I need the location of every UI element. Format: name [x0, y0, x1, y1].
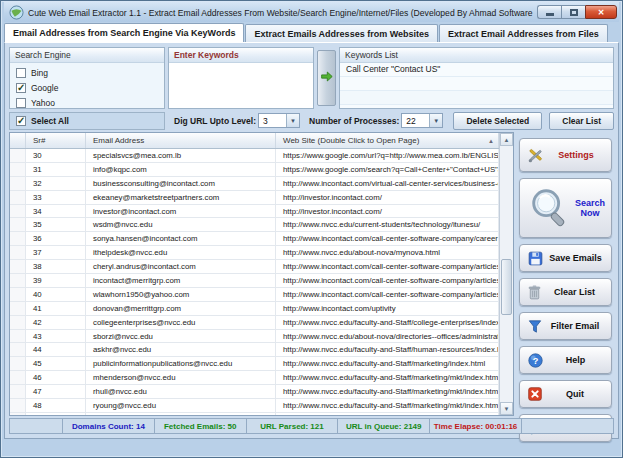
row-selector[interactable] — [10, 343, 26, 356]
table-row[interactable]: 41donovan@merrittgrp.comhttp://www.incon… — [10, 302, 499, 316]
cell-website: https://www.google.com/url?q=http://www.… — [276, 149, 499, 162]
quit-button[interactable]: Quit — [519, 380, 612, 408]
cell-website: http://www.nvcc.edu/about-nova/mynova.ht… — [276, 246, 499, 259]
table-row[interactable]: 31info@kqpc.comhttps://www.google.com/se… — [10, 163, 499, 177]
filter-email-button[interactable]: Filter Email — [519, 312, 612, 340]
table-row[interactable]: 33ekeaney@marketstreetpartners.comhttp:/… — [10, 191, 499, 205]
cell-email: cheryl.andrus@incontact.com — [86, 260, 276, 273]
row-selector[interactable] — [10, 330, 26, 343]
row-selector[interactable] — [10, 288, 26, 301]
table-row[interactable]: 32businessconsulting@incontact.comhttp:/… — [10, 177, 499, 191]
row-selector[interactable] — [10, 302, 26, 315]
column-email[interactable]: Email Address — [86, 133, 276, 148]
engine-option-google[interactable]: Google — [10, 80, 164, 95]
row-selector[interactable] — [10, 246, 26, 259]
scrollbar-track[interactable] — [500, 146, 513, 402]
column-website[interactable]: Web Site (Double Click to Open Page)▲ — [276, 133, 499, 148]
keywords-list: Call Center "Contact US" — [340, 63, 613, 109]
table-scrollbar[interactable]: ▲ ▼ — [499, 133, 513, 415]
clear-list-button[interactable]: Clear List — [519, 278, 612, 306]
table-body: 30specialsvcs@mea.com.lbhttps://www.goog… — [10, 149, 499, 415]
cell-sr: 43 — [26, 330, 86, 343]
help-button[interactable]: ?Help — [519, 346, 612, 374]
tab-extract-email-addresses-from-files[interactable]: Extract Email Addresses from Files — [439, 24, 608, 42]
row-selector[interactable] — [10, 218, 26, 231]
row-selector[interactable] — [10, 371, 26, 384]
cell-email: ekeaney@marketstreetpartners.com — [86, 191, 276, 204]
row-selector[interactable] — [10, 316, 26, 329]
cell-email: specialsvcs@mea.com.lb — [86, 149, 276, 162]
minimize-button[interactable] — [537, 5, 561, 19]
dig-url-select[interactable]: 3 ▼ — [258, 113, 300, 128]
save-emails-button[interactable]: Save Emails — [519, 244, 612, 272]
chevron-down-icon[interactable]: ▼ — [429, 114, 442, 127]
row-selector[interactable] — [10, 232, 26, 245]
table-row[interactable]: 47rhull@nvcc.eduhttp://www.nvcc.edu/facu… — [10, 385, 499, 399]
settings-button[interactable]: Settings — [519, 138, 612, 172]
cell-sr: 41 — [26, 302, 86, 315]
cell-sr: 34 — [26, 205, 86, 218]
table-row[interactable]: 42collegeenterprises@nvcc.eduhttp://www.… — [10, 316, 499, 330]
row-selector[interactable] — [10, 274, 26, 287]
table-row[interactable]: 30specialsvcs@mea.com.lbhttps://www.goog… — [10, 149, 499, 163]
select-all-checkbox[interactable] — [16, 116, 26, 126]
table-row[interactable]: 34investor@incontact.comhttp://investor.… — [10, 205, 499, 219]
engine-option-yahoo[interactable]: Yahoo — [10, 95, 164, 109]
cell-website: http://www.incontact.com/virtual-call-ce… — [276, 177, 499, 190]
table-row[interactable]: 39incontact@merritgrp.comhttp://www.inco… — [10, 274, 499, 288]
row-selector[interactable] — [10, 149, 26, 162]
row-selector[interactable] — [10, 260, 26, 273]
engine-label: Yahoo — [31, 98, 55, 108]
row-selector[interactable] — [10, 357, 26, 370]
table-row[interactable]: 49novagraphics@nvcc.eduhttp://www.nvcc.e… — [10, 413, 499, 415]
checkbox-yahoo[interactable] — [16, 98, 26, 108]
row-selector[interactable] — [10, 177, 26, 190]
table-row[interactable]: 37ithelpdesk@nvcc.eduhttp://www.nvcc.edu… — [10, 246, 499, 260]
keywords-input[interactable] — [169, 63, 313, 108]
column-sr[interactable]: Sr# — [26, 133, 86, 148]
row-selector[interactable] — [10, 399, 26, 412]
table-row[interactable]: 38cheryl.andrus@incontact.comhttp://www.… — [10, 260, 499, 274]
scrollbar-thumb[interactable] — [501, 259, 512, 315]
table-row[interactable]: 35wsdm@nvcc.eduhttp://www.nvcc.edu/curre… — [10, 218, 499, 232]
cell-website: http://www.nvcc.edu/faculty-and-Staff/ma… — [276, 413, 499, 415]
table-row[interactable]: 44askhr@nvcc.eduhttp://www.nvcc.edu/facu… — [10, 343, 499, 357]
row-selector[interactable] — [10, 163, 26, 176]
row-selector[interactable] — [10, 413, 26, 415]
keywords-list-title: Keywords List — [340, 48, 613, 63]
row-selector[interactable] — [10, 385, 26, 398]
checkbox-bing[interactable] — [16, 68, 26, 78]
table-row[interactable]: 48ryoung@nvcc.eduhttp://www.nvcc.edu/fac… — [10, 399, 499, 413]
clear-keywords-button[interactable]: Clear List — [549, 112, 614, 130]
add-keyword-button[interactable] — [317, 50, 336, 106]
cell-website: http://www.nvcc.edu/faculty-and-Staff/ma… — [276, 371, 499, 384]
chevron-down-icon[interactable]: ▼ — [286, 114, 299, 127]
table-row[interactable]: 45publicinformationpublications@nvcc.edu… — [10, 357, 499, 371]
cell-sr: 44 — [26, 343, 86, 356]
cell-sr: 49 — [26, 413, 86, 415]
cell-sr: 40 — [26, 288, 86, 301]
tab-extract-emails-addresses-from-websites[interactable]: Extract Emails Addresses from Websites — [245, 24, 438, 42]
row-selector[interactable] — [10, 191, 26, 204]
cell-email: businessconsulting@incontact.com — [86, 177, 276, 190]
delete-selected-button[interactable]: Delete Selected — [453, 112, 542, 130]
search-now-button[interactable]: Search Now — [519, 178, 612, 238]
table-row[interactable]: 43sborzi@nvcc.eduhttp://www.nvcc.edu/abo… — [10, 330, 499, 344]
table-row[interactable]: 40wlawhorn1950@yahoo.comhttp://www.incon… — [10, 288, 499, 302]
close-button[interactable]: ✕ — [585, 5, 617, 19]
table-row[interactable]: 36sonya.hansen@incontact.comhttp://www.i… — [10, 232, 499, 246]
tab-email-addresses-from-search-engine-via-keywords[interactable]: Email Addresses from Search Engine Via K… — [4, 23, 244, 42]
table-row[interactable]: 46mhenderson@nvcc.eduhttp://www.nvcc.edu… — [10, 371, 499, 385]
keyword-item[interactable]: Call Center "Contact US" — [340, 63, 613, 77]
cell-sr: 48 — [26, 399, 86, 412]
row-selector[interactable] — [10, 205, 26, 218]
maximize-button[interactable] — [561, 5, 585, 19]
processes-select[interactable]: 22 ▼ — [401, 113, 443, 128]
checkbox-google[interactable] — [16, 83, 26, 93]
select-all-box[interactable]: Select All — [9, 112, 165, 130]
scroll-down-icon[interactable]: ▼ — [500, 402, 513, 415]
cell-sr: 38 — [26, 260, 86, 273]
status-bar: Domains Count: 14Fetched Emails: 50URL P… — [9, 418, 614, 434]
engine-option-bing[interactable]: Bing — [10, 65, 164, 80]
scroll-up-icon[interactable]: ▲ — [500, 133, 513, 146]
